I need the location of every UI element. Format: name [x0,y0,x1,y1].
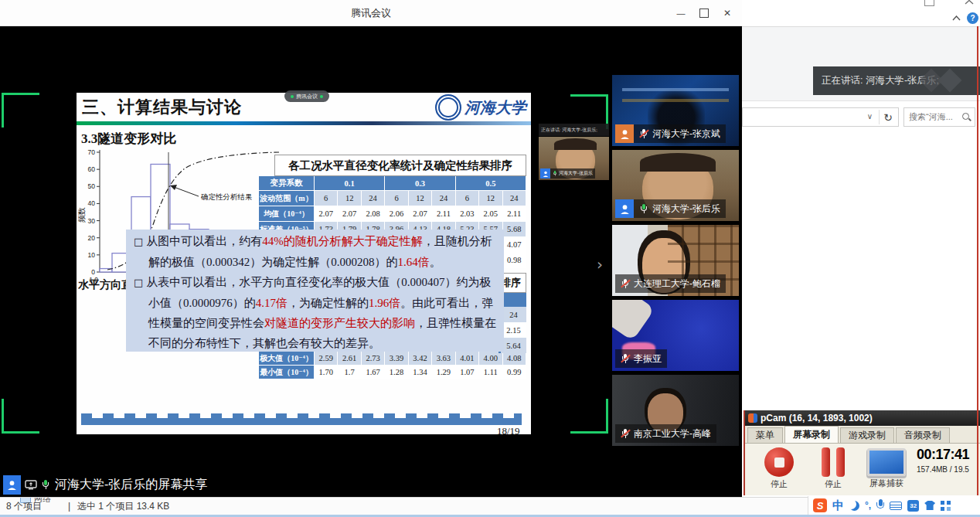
moon-mode-icon[interactable] [849,501,859,511]
avatar [615,124,634,143]
person-icon [620,204,630,214]
participant-tile[interactable]: 南京工业大学-高峰 [612,375,739,446]
avatar [3,475,21,495]
value-cell: 2.07 [409,206,432,222]
minimize-icon [677,8,686,19]
screen: 腾讯会议 三、计算结果与讨论 河海大学 3.3隧道变形对比 0102030405… [0,0,980,517]
slide-title: 三、计算结果与讨论 [82,96,242,119]
sogou-logo-icon[interactable]: S [813,498,827,512]
value-cell: 1.70 [315,366,338,379]
pcam-tab-item[interactable]: 音频录制 [896,427,950,443]
pcam-tab-active[interactable]: 屏幕录制 [784,426,839,443]
ribbon-collapse-chevron-icon[interactable] [952,15,961,21]
maximize-button[interactable] [692,0,716,26]
close-icon [723,8,731,19]
status-item-count: 8 个项目 [6,498,42,515]
pcam-titlebar[interactable]: pCam (16, 14, 1893, 1002) [745,410,980,426]
search-input[interactable]: 搜索“河海... [903,107,975,127]
address-bar[interactable]: ∨ ↻ [742,107,899,127]
voice-input-icon[interactable] [876,499,884,512]
share-banner-label: 河海大学-张后乐的屏幕共享 [55,477,207,493]
explorer-address-row: ∨ ↻ 搜索“河海... [742,107,980,127]
screen-capture-button[interactable]: 屏幕捕获 [861,448,912,489]
participant-tag: 李振亚 [615,349,667,368]
status-separator: | [68,498,70,515]
pause-icon [822,447,845,477]
share-region-corner-topleft [2,93,39,128]
slide-page-number: 18/19 [497,425,520,437]
microphone-muted-icon [621,353,630,365]
value-cell: 6 [315,191,338,206]
participant-tile[interactable]: 河海大学-张京斌 [612,75,739,146]
collapse-panel-chevron[interactable]: › [590,255,609,274]
table-row: 极大值（10⁻⁴）2.592.612.733.393.423.634.014.0… [259,352,526,366]
pcam-recorder-window: pCam (16, 14, 1893, 1002) 菜单屏幕录制游戏录制音频录制… [744,410,980,495]
chevron-down-icon[interactable]: ∨ [867,112,873,121]
value-cell: 0.99 [503,366,526,379]
punctuation-icon[interactable]: °, [865,500,871,511]
value-cell: 2.11 [503,206,526,222]
value-cell: 2.03 [456,206,479,222]
value-cell: 3.63 [432,352,455,366]
value-cell: 1.67 [362,366,385,379]
screen-share-banner: 河海大学-张后乐的屏幕共享 [3,474,207,495]
close-button[interactable] [716,0,739,26]
value-cell: 2.61 [338,352,361,366]
captured-speaking-toast: 正在讲话: 河海大学-张后乐; [539,124,609,136]
university-seal-icon [435,94,461,121]
captured-meeting-pill: 腾讯会议 [284,90,329,102]
value-cell: 2.05 [479,206,502,222]
value-cell: 4.08 [503,352,526,366]
header-group-cell: 0.5 [456,176,526,191]
stop-recording-button[interactable]: 停止 [757,447,801,490]
meeting-window-title: 腾讯会议 [0,0,742,26]
svg-text:10: 10 [88,251,96,259]
recording-stats: 00:17:41 157.4MB / 19.5 [917,447,980,474]
status-dot-icon [320,95,323,98]
pause-recording-button[interactable]: 停止 [812,447,855,490]
value-cell: 12 [409,191,432,206]
value-cell: 24 [503,191,526,206]
value-cell: 1.34 [409,366,432,379]
bit32-icon[interactable]: 32 [907,500,919,512]
toolbox-icon[interactable] [941,501,951,511]
chevron-up-icon-partial[interactable] [965,0,974,5]
value-cell: 1.11 [479,366,502,379]
participant-tile[interactable]: 河海大学-张后乐 [612,150,739,221]
restore-icon-partial[interactable] [924,0,934,6]
screen-share-icon [25,480,37,490]
participant-tile[interactable]: 大连理工大学-鲍石榴 [612,225,739,296]
value-cell: 3.39 [385,352,408,366]
participant-label: 河海大学-张京斌 [615,124,726,143]
value-cell: 2.11 [432,206,455,222]
share-region-corner-bottomleft [2,399,39,434]
value-cell: 2.07 [338,206,361,222]
participant-tile[interactable]: 李振亚 [612,300,739,371]
skin-icon[interactable] [924,501,935,510]
refresh-icon[interactable]: ↻ [880,110,896,125]
help-button[interactable]: ? [967,12,978,24]
chinese-mode-icon[interactable]: 中 [832,498,844,513]
value-cell: 1.29 [432,366,455,379]
search-icon [962,113,971,121]
meeting-titlebar: 腾讯会议 [0,0,742,26]
recording-filesize: 157.4MB / 19.5 [917,465,980,474]
soft-keyboard-icon[interactable] [890,502,902,510]
row-label-cell: 极大值（10⁻⁴） [259,352,315,366]
note-paragraph: □从表中可以看出，水平方向直径变化率的极大值（0.000407）约为极小值（0.… [134,272,498,353]
svg-text:20: 20 [88,234,96,242]
note-paragraph: □从图中可以看出，约有44%的随机分析解大于确定性解，且随机分析解的极值（0.0… [134,231,498,272]
value-cell: 24 [362,191,385,206]
table1-title: 各工况水平直径变化率统计及确定性结果排序 [274,155,526,176]
value-cell: 12 [479,191,502,206]
pcam-tab-item[interactable]: 游戏录制 [840,427,894,443]
value-cell: 2.08 [362,206,385,222]
participant-tag: 河海大学-张京斌 [634,124,726,143]
microphone-muted-icon [639,128,648,140]
minimize-button[interactable] [669,0,692,26]
value-cell: 2.73 [362,352,385,366]
value-cell: 1.07 [456,366,479,379]
pcam-tab-item[interactable]: 菜单 [747,427,783,443]
participant-panel: 河海大学-张京斌河海大学-张后乐大连理工大学-鲍石榴李振亚南京工业大学-高峰 [612,75,739,450]
person-icon [543,171,549,177]
